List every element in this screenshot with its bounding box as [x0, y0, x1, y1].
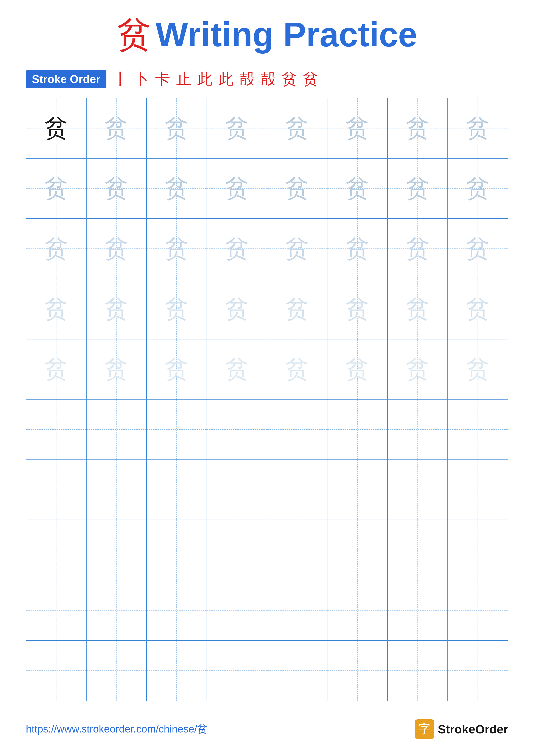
grid-cell[interactable] [87, 580, 147, 641]
grid-cell[interactable] [147, 580, 207, 641]
grid-row-9 [26, 580, 508, 641]
grid-cell[interactable] [207, 580, 267, 641]
grid-row-8 [26, 520, 508, 580]
grid-cell[interactable] [26, 641, 87, 701]
grid-cell[interactable] [147, 460, 207, 520]
grid-cell[interactable] [87, 520, 147, 580]
grid-cell[interactable] [267, 460, 328, 520]
grid-cell[interactable]: 贫 [26, 279, 87, 339]
grid-cell[interactable]: 贫 [267, 279, 328, 339]
grid-cell[interactable]: 贫 [87, 279, 147, 339]
grid-cell[interactable]: 贫 [26, 159, 87, 219]
stroke-order-chars: 丨 卜 卡 止 此 此 㱿 㱿 贫 贫 [113, 69, 318, 89]
grid-cell[interactable] [207, 460, 267, 520]
practice-char: 贫 [345, 237, 369, 260]
grid-cell[interactable] [448, 580, 508, 641]
grid-cell[interactable] [388, 580, 448, 641]
grid-cell[interactable] [207, 520, 267, 580]
footer-url[interactable]: https://www.strokeorder.com/chinese/贫 [26, 722, 207, 736]
grid-cell[interactable] [207, 641, 267, 701]
grid-cell[interactable] [327, 520, 388, 580]
grid-row-6 [26, 399, 508, 460]
practice-char: 贫 [466, 176, 490, 200]
grid-cell[interactable]: 贫 [26, 98, 87, 159]
grid-cell[interactable] [87, 460, 147, 520]
grid-cell[interactable] [26, 399, 87, 460]
grid-cell[interactable]: 贫 [448, 219, 508, 279]
grid-cell[interactable]: 贫 [388, 339, 448, 400]
practice-char: 贫 [225, 237, 249, 260]
grid-cell[interactable] [327, 399, 388, 460]
page-title: Writing Practice [156, 17, 417, 52]
grid-cell[interactable]: 贫 [267, 339, 328, 400]
grid-cell[interactable]: 贫 [327, 98, 388, 159]
grid-cell[interactable]: 贫 [147, 159, 207, 219]
grid-cell[interactable]: 贫 [26, 219, 87, 279]
grid-cell[interactable]: 贫 [207, 98, 267, 159]
grid-cell[interactable]: 贫 [267, 219, 328, 279]
grid-cell[interactable]: 贫 [207, 219, 267, 279]
grid-cell[interactable]: 贫 [327, 279, 388, 339]
grid-cell[interactable] [207, 399, 267, 460]
practice-char: 贫 [466, 116, 490, 140]
grid-cell[interactable] [147, 520, 207, 580]
grid-cell[interactable] [87, 399, 147, 460]
grid-cell[interactable]: 贫 [448, 98, 508, 159]
grid-cell[interactable] [26, 520, 87, 580]
grid-row-3: 贫 贫 贫 贫 贫 贫 贫 贫 [26, 219, 508, 279]
grid-cell[interactable] [147, 399, 207, 460]
grid-cell[interactable]: 贫 [388, 159, 448, 219]
grid-cell[interactable]: 贫 [267, 98, 328, 159]
grid-row-2: 贫 贫 贫 贫 贫 贫 贫 贫 [26, 159, 508, 219]
practice-grid: 贫 贫 贫 贫 贫 贫 贫 贫 [26, 98, 508, 701]
brand-icon: 字 [415, 719, 434, 739]
practice-char: 贫 [466, 237, 490, 260]
grid-cell[interactable]: 贫 [388, 219, 448, 279]
grid-cell[interactable]: 贫 [147, 98, 207, 159]
grid-cell[interactable]: 贫 [448, 279, 508, 339]
grid-cell[interactable] [448, 641, 508, 701]
grid-cell[interactable]: 贫 [327, 159, 388, 219]
grid-cell[interactable] [267, 641, 328, 701]
grid-cell[interactable]: 贫 [207, 339, 267, 400]
grid-cell[interactable]: 贫 [147, 279, 207, 339]
grid-cell[interactable]: 贫 [388, 279, 448, 339]
grid-cell[interactable] [87, 641, 147, 701]
grid-cell[interactable]: 贫 [87, 98, 147, 159]
grid-cell[interactable] [388, 641, 448, 701]
grid-cell[interactable]: 贫 [147, 219, 207, 279]
grid-cell[interactable] [327, 460, 388, 520]
grid-cell[interactable]: 贫 [327, 219, 388, 279]
grid-cell[interactable] [147, 641, 207, 701]
grid-cell[interactable] [448, 460, 508, 520]
grid-cell[interactable]: 贫 [87, 339, 147, 400]
stroke-5: 此 [197, 69, 213, 89]
practice-char: 贫 [44, 116, 68, 140]
stroke-8: 㱿 [261, 69, 276, 89]
practice-char: 贫 [225, 297, 249, 321]
grid-cell[interactable]: 贫 [267, 159, 328, 219]
grid-cell[interactable] [267, 520, 328, 580]
grid-cell[interactable] [327, 580, 388, 641]
grid-cell[interactable] [388, 520, 448, 580]
grid-cell[interactable]: 贫 [207, 159, 267, 219]
grid-cell[interactable]: 贫 [448, 159, 508, 219]
grid-cell[interactable] [267, 399, 328, 460]
grid-cell[interactable] [448, 399, 508, 460]
grid-cell[interactable]: 贫 [147, 339, 207, 400]
grid-cell[interactable]: 贫 [388, 98, 448, 159]
grid-cell[interactable]: 贫 [207, 279, 267, 339]
grid-cell[interactable]: 贫 [26, 339, 87, 400]
grid-cell[interactable] [388, 460, 448, 520]
grid-cell[interactable] [26, 460, 87, 520]
grid-cell[interactable] [388, 399, 448, 460]
stroke-4: 止 [176, 69, 191, 89]
grid-cell[interactable]: 贫 [87, 219, 147, 279]
grid-cell[interactable]: 贫 [448, 339, 508, 400]
grid-cell[interactable] [26, 580, 87, 641]
grid-cell[interactable] [327, 641, 388, 701]
grid-cell[interactable] [267, 580, 328, 641]
grid-cell[interactable] [448, 520, 508, 580]
grid-cell[interactable]: 贫 [87, 159, 147, 219]
grid-cell[interactable]: 贫 [327, 339, 388, 400]
